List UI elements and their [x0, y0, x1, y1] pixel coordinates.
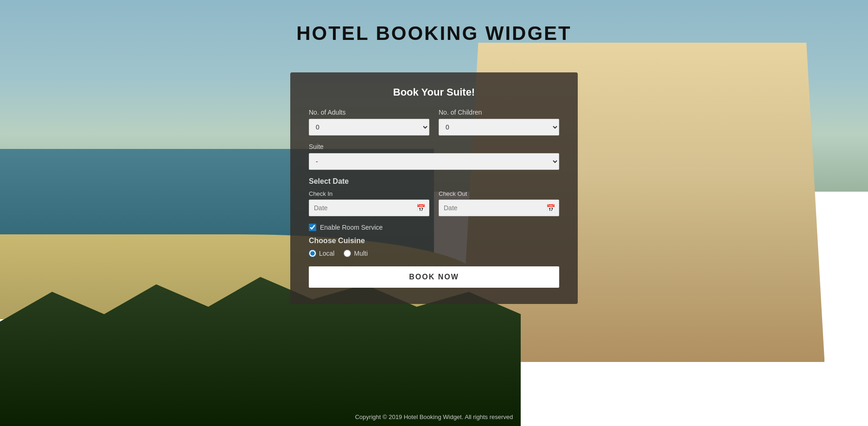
cuisine-local-label: Local [319, 250, 334, 257]
checkin-input[interactable] [309, 200, 429, 216]
children-label: No. of Children [439, 109, 559, 116]
select-date-section: Select Date Check In 📅 Check Out 📅 [309, 177, 559, 216]
cuisine-multi-option[interactable]: Multi [344, 250, 368, 257]
page-title: HOTEL BOOKING WIDGET [296, 22, 572, 45]
adults-select[interactable]: 0 1 2 3 4 5 [309, 119, 429, 136]
suite-label: Suite [309, 143, 559, 150]
booking-widget: Book Your Suite! No. of Adults 0 1 2 3 4… [290, 72, 578, 304]
checkin-label: Check In [309, 190, 429, 197]
suite-row: Suite - Standard Deluxe Presidential [309, 143, 559, 170]
room-service-label[interactable]: Enable Room Service [320, 224, 383, 231]
cuisine-radio-row: Local Multi [309, 250, 559, 257]
suite-select[interactable]: - Standard Deluxe Presidential [309, 153, 559, 170]
adults-group: No. of Adults 0 1 2 3 4 5 [309, 109, 429, 136]
checkout-input-wrapper: 📅 [439, 200, 559, 216]
checkout-label: Check Out [439, 190, 559, 197]
cuisine-multi-label: Multi [354, 250, 368, 257]
widget-title: Book Your Suite! [309, 86, 559, 98]
suite-group: Suite - Standard Deluxe Presidential [309, 143, 559, 170]
date-row: Check In 📅 Check Out 📅 [309, 190, 559, 216]
room-service-row: Enable Room Service [309, 224, 559, 231]
select-date-label: Select Date [309, 177, 559, 186]
cuisine-section: Choose Cuisine Local Multi [309, 237, 559, 257]
children-group: No. of Children 0 1 2 3 4 [439, 109, 559, 136]
adults-children-row: No. of Adults 0 1 2 3 4 5 No. of Childre… [309, 109, 559, 136]
room-service-checkbox[interactable] [309, 224, 316, 231]
checkin-group: Check In 📅 [309, 190, 429, 216]
cuisine-local-radio[interactable] [309, 250, 316, 257]
book-now-button[interactable]: BOOK NOW [309, 266, 559, 288]
checkout-input[interactable] [439, 200, 559, 216]
checkin-input-wrapper: 📅 [309, 200, 429, 216]
cuisine-local-option[interactable]: Local [309, 250, 334, 257]
cuisine-multi-radio[interactable] [344, 250, 351, 257]
children-select[interactable]: 0 1 2 3 4 [439, 119, 559, 136]
adults-label: No. of Adults [309, 109, 429, 116]
checkout-group: Check Out 📅 [439, 190, 559, 216]
footer-text: Copyright © 2019 Hotel Booking Widget. A… [0, 413, 868, 420]
cuisine-label: Choose Cuisine [309, 237, 559, 245]
